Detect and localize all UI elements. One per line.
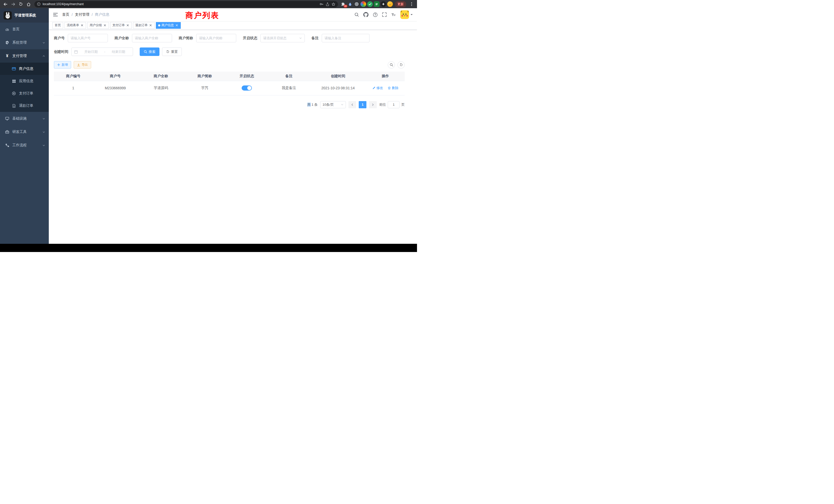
github-icon[interactable] <box>363 12 369 17</box>
column-header: 商户简称 <box>183 72 226 81</box>
show-search-icon[interactable] <box>388 61 395 69</box>
site-info-icon[interactable] <box>37 2 41 6</box>
search-icon[interactable] <box>354 12 359 17</box>
pagination-total: 共 1 条 <box>307 102 317 107</box>
edit-link[interactable]: 修改 <box>372 86 383 90</box>
tab-merchant-info[interactable]: 商户信息 <box>156 22 181 29</box>
sidebar-item-home[interactable]: 首页 <box>0 23 49 36</box>
extension-doc-icon[interactable] <box>374 1 379 7</box>
extension-avatar-icon[interactable] <box>387 1 393 7</box>
merchant-no-input[interactable] <box>68 34 108 42</box>
goto-page-input[interactable] <box>388 101 399 108</box>
merchant-no-input-field[interactable] <box>71 36 105 40</box>
pagination: 共 1 条 10条/页 1 前往 页 <box>54 101 405 108</box>
browser-refresh-icon[interactable] <box>18 1 24 7</box>
calendar-icon <box>74 50 78 54</box>
extension-colorwheel-icon[interactable] <box>360 1 366 7</box>
browser-menu-icon[interactable] <box>408 1 415 7</box>
close-icon[interactable] <box>149 24 152 27</box>
extension-dark-icon[interactable] <box>354 1 359 7</box>
extension-check-icon[interactable] <box>367 1 373 7</box>
sidebar-item-system[interactable]: 系统管理 <box>0 36 49 49</box>
breadcrumb: 首页 / 支付管理 / 商户信息 <box>62 12 109 17</box>
breadcrumb-separator: / <box>72 13 73 17</box>
export-button[interactable]: 导出 <box>74 61 91 69</box>
sidebar-item-label: 支付管理 <box>12 54 39 58</box>
field-short-name: 商户简称 <box>179 34 236 42</box>
edit-link-label: 修改 <box>376 86 383 90</box>
sidebar-item-refund-order[interactable]: 退款订单 <box>0 99 49 112</box>
page-number-1[interactable]: 1 <box>359 101 367 108</box>
page-size-value: 10条/页 <box>323 102 334 107</box>
extensions-puzzle-icon[interactable]: 10 <box>341 1 346 7</box>
refresh-table-icon[interactable] <box>397 61 405 69</box>
sidebar-item-label: 应用信息 <box>19 79 49 84</box>
status-select-field[interactable] <box>263 36 298 40</box>
date-range-picker[interactable]: - <box>71 47 133 56</box>
user-menu[interactable] <box>400 10 413 19</box>
extension-drop-icon[interactable] <box>347 1 353 7</box>
sidebar-item-merchant-info[interactable]: 商户信息 <box>0 63 49 75</box>
sidebar-item-payment[interactable]: ¥ 支付管理 <box>0 49 49 63</box>
short-name-input-field[interactable] <box>199 36 234 40</box>
bookmark-star-icon[interactable] <box>331 2 335 6</box>
remark-input[interactable] <box>322 34 370 42</box>
reset-button-label: 重置 <box>171 49 178 54</box>
close-icon[interactable] <box>103 24 107 27</box>
share-icon[interactable] <box>326 2 329 6</box>
cell-full-name: 芋道源码 <box>138 81 184 95</box>
password-key-icon[interactable] <box>320 2 324 6</box>
reset-button[interactable]: 重置 <box>162 47 182 56</box>
cell-merchant-id: 1 <box>54 81 92 95</box>
page-size-select[interactable]: 10条/页 <box>320 101 346 108</box>
extension-pinwheel-icon[interactable] <box>380 1 386 7</box>
cell-actions: 修改 删除 <box>366 81 405 95</box>
next-page-button[interactable] <box>369 101 377 108</box>
cell-status <box>226 81 268 95</box>
full-name-input-field[interactable] <box>135 36 169 40</box>
tab-user-group[interactable]: 用户分组 <box>87 22 109 29</box>
short-name-input[interactable] <box>196 34 236 42</box>
browser-update-button[interactable]: 更新 <box>395 1 406 7</box>
breadcrumb-payment[interactable]: 支付管理 <box>75 12 89 17</box>
delete-link[interactable]: 删除 <box>388 86 398 90</box>
remark-input-field[interactable] <box>325 36 367 40</box>
status-select[interactable] <box>260 34 305 42</box>
status-toggle[interactable] <box>242 86 252 91</box>
hamburger-icon[interactable] <box>53 12 58 17</box>
breadcrumb-home[interactable]: 首页 <box>62 12 69 17</box>
fullscreen-icon[interactable] <box>382 12 387 17</box>
help-icon[interactable] <box>373 12 378 17</box>
tab-refund-order[interactable]: 退款订单 <box>133 22 155 29</box>
sidebar: 芋道管理系统 首页 系统管理 ¥ 支付管理 <box>0 8 49 252</box>
address-bar[interactable]: localhost:1024/pay/merchant <box>35 1 338 7</box>
date-end-input[interactable] <box>107 50 130 54</box>
sidebar-item-payment-order[interactable]: 支付订单 <box>0 87 49 99</box>
active-dot <box>158 24 160 26</box>
browser-back-icon[interactable] <box>2 1 9 7</box>
top-navbar: 首页 / 支付管理 / 商户信息 商户列表 <box>49 8 417 21</box>
field-label: 商户简称 <box>179 36 193 41</box>
search-button[interactable]: 搜索 <box>140 47 159 56</box>
tab-home[interactable]: 首页 <box>52 22 63 29</box>
tab-process-form[interactable]: 流程表单 <box>64 22 86 29</box>
document-icon <box>12 104 16 108</box>
sidebar-item-workflow[interactable]: 工作流程 <box>0 139 49 152</box>
sidebar-item-label: 首页 <box>12 27 45 31</box>
close-icon[interactable] <box>80 24 84 27</box>
browser-forward-icon[interactable] <box>10 1 17 7</box>
yen-icon: ¥ <box>5 54 9 58</box>
sidebar-item-infrastructure[interactable]: 基础设施 <box>0 112 49 125</box>
field-label: 创建时间 <box>54 49 68 54</box>
add-button[interactable]: 新增 <box>54 61 71 69</box>
full-name-input[interactable] <box>132 34 172 42</box>
sidebar-item-app-info[interactable]: 应用信息 <box>0 75 49 87</box>
font-size-icon[interactable] <box>391 12 396 17</box>
close-icon[interactable] <box>175 24 178 27</box>
close-icon[interactable] <box>126 24 129 27</box>
sidebar-item-dev-tools[interactable]: 研发工具 <box>0 125 49 139</box>
tab-payment-order[interactable]: 支付订单 <box>110 22 132 29</box>
date-start-input[interactable] <box>79 50 103 54</box>
browser-home-icon[interactable] <box>25 1 32 7</box>
prev-page-button[interactable] <box>348 101 356 108</box>
